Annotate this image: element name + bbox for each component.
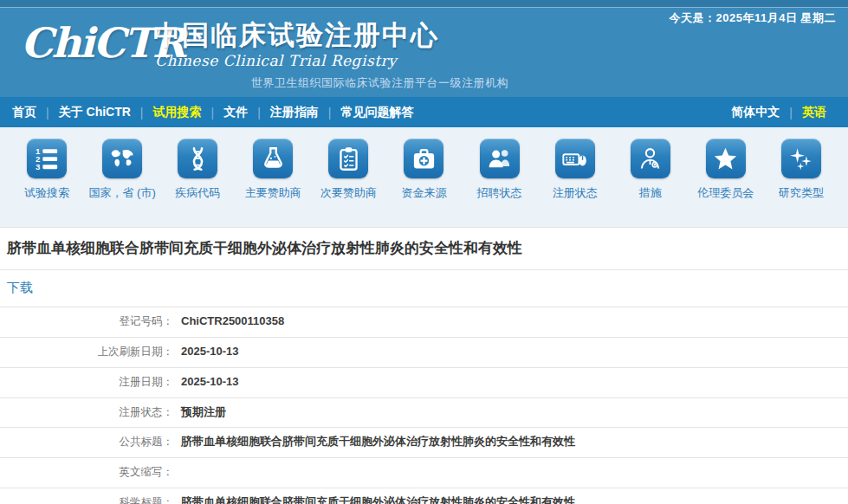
field-value: 预期注册: [181, 404, 848, 421]
sparkles-icon: [781, 139, 821, 178]
toolbar-item[interactable]: 主要赞助商: [236, 139, 309, 227]
medical-bag-icon: [404, 139, 443, 178]
table-row: 公共标题： 脐带血单核细胞联合脐带间充质干细胞外泌体治疗放射性肺炎的安全性和有效…: [0, 427, 848, 457]
clipboard-icon: [328, 139, 368, 178]
toolbar-item-label: 研究类型: [779, 185, 824, 201]
toolbar-item-label: 试验搜索: [24, 185, 69, 201]
field-label: 上次刷新日期：: [0, 344, 173, 360]
svg-text:3: 3: [35, 162, 40, 171]
table-row: 英文缩写：: [0, 457, 848, 488]
toolbar-item[interactable]: 措施: [614, 139, 687, 227]
toolbar-item[interactable]: 次要赞助商: [312, 139, 385, 227]
toolbar-item[interactable]: 伦理委员会: [689, 139, 762, 227]
nav-separator: |: [211, 106, 215, 120]
world-map-icon: [102, 139, 142, 178]
nav-separator: |: [140, 106, 144, 120]
toolbar-item-label: 疾病代码: [175, 185, 220, 201]
nav-separator: |: [257, 106, 261, 120]
toolbar-item-label: 措施: [639, 185, 662, 201]
field-label: 登记号码：: [0, 313, 173, 330]
field-label: 公共标题：: [0, 434, 173, 450]
main-navigation: 首页|关于 ChiCTR|试用搜索|文件|注册指南|常见问题解答 简体中文|英语: [0, 97, 848, 127]
field-value: 2025-10-13: [181, 344, 848, 360]
toolbar-item[interactable]: 注册状态: [539, 139, 612, 227]
toolbar-item-label: 主要赞助商: [245, 185, 301, 201]
numbered-list-icon: 1 2 3: [27, 139, 67, 178]
trial-detail-content: 脐带血单核细胞联合脐带间充质干细胞外泌体治疗放射性肺炎的安全性和有效性 下载 登…: [0, 227, 848, 504]
nav-item-5[interactable]: 注册指南: [270, 105, 319, 120]
toolbar-item[interactable]: 疾病代码: [161, 139, 234, 227]
table-row: 登记号码： ChiCTR2500110358: [0, 307, 848, 337]
field-value: 脐带血单核细胞联合脐带间充质干细胞外泌体治疗放射性肺炎的安全性和有效性: [181, 434, 848, 450]
current-date: 今天是：2025年11月4日 星期二: [669, 10, 836, 26]
nav-separator: |: [789, 106, 793, 120]
toolbar-item-label: 国家，省 (市): [88, 185, 155, 201]
field-label: 注册日期：: [0, 374, 173, 391]
star-icon: [706, 139, 746, 178]
toolbar-item[interactable]: 资金来源: [387, 139, 460, 227]
field-value: [181, 464, 848, 481]
download-bar: 下载: [0, 269, 848, 307]
people-icon: [480, 139, 520, 178]
field-label: 科学标题：: [0, 494, 173, 504]
language-switcher: 简体中文|英语: [722, 105, 836, 120]
nav-item-1[interactable]: 首页: [12, 105, 36, 120]
field-label: 英文缩写：: [0, 464, 173, 481]
table-row: 上次刷新日期： 2025-10-13: [0, 337, 848, 367]
nav-item-3[interactable]: 试用搜索: [153, 105, 202, 120]
who-registry-subtitle: 世界卫生组织国际临床试验注册平台一级注册机构: [251, 75, 508, 91]
nav-separator: |: [328, 106, 332, 120]
nav-item-6[interactable]: 常见问题解答: [340, 105, 413, 120]
toolbar-item[interactable]: 国家，省 (市): [86, 139, 159, 227]
site-header: 今天是：2025年11月4日 星期二 ChiCTR 中国临床试验注册中心 Chi…: [0, 0, 848, 97]
flask-icon: [253, 139, 293, 178]
nav-item-4[interactable]: 文件: [223, 105, 248, 120]
site-title-chinese: 中国临床试验注册中心: [153, 17, 439, 54]
header-top-strip: [0, 0, 848, 8]
field-value: 2025-10-13: [181, 374, 848, 391]
download-link[interactable]: 下载: [7, 280, 33, 294]
language-option-2[interactable]: 英语: [802, 105, 826, 120]
toolbar-item-label: 次要赞助商: [320, 185, 377, 201]
site-title-english: Chinese Clinical Trial Registry: [155, 52, 397, 69]
toolbar-item-label: 注册状态: [553, 185, 598, 201]
dna-icon: [178, 139, 217, 178]
table-row: 注册状态： 预期注册: [0, 397, 848, 428]
keyboard-mouse-icon: [555, 139, 595, 178]
trial-title: 脐带血单核细胞联合脐带间充质干细胞外泌体治疗放射性肺炎的安全性和有效性: [0, 227, 848, 269]
nav-menu: 首页|关于 ChiCTR|试用搜索|文件|注册指南|常见问题解答: [12, 105, 423, 120]
field-value: ChiCTR2500110358: [181, 313, 848, 330]
field-label: 注册状态：: [0, 404, 173, 421]
toolbar-item-label: 招聘状态: [477, 185, 522, 201]
table-row: 科学标题： 脐带血单核细胞联合脐带间充质干细胞外泌体治疗放射性肺炎的安全性和有效…: [0, 488, 848, 504]
table-row: 注册日期： 2025-10-13: [0, 367, 848, 397]
toolbar-item[interactable]: 招聘状态: [463, 139, 536, 227]
toolbar-item[interactable]: 研究类型: [765, 139, 838, 227]
language-option-1[interactable]: 简体中文: [731, 105, 780, 120]
search-filter-toolbar: 1 2 3 试验搜索 国家，省 (市) 疾病代码 主要赞助商 次要赞助商: [0, 127, 848, 227]
toolbar-item-label: 资金来源: [401, 185, 446, 201]
doctor-icon: [631, 139, 670, 178]
nav-item-2[interactable]: 关于 ChiCTR: [59, 105, 131, 120]
toolbar-item[interactable]: 1 2 3 试验搜索: [10, 139, 83, 227]
field-value: 脐带血单核细胞联合脐带间充质干细胞外泌体治疗放射性肺炎的安全性和有效性: [181, 494, 848, 504]
nav-separator: |: [46, 106, 49, 120]
trial-info-table: 登记号码： ChiCTR2500110358 上次刷新日期： 2025-10-1…: [0, 307, 848, 504]
toolbar-item-label: 伦理委员会: [697, 185, 754, 201]
